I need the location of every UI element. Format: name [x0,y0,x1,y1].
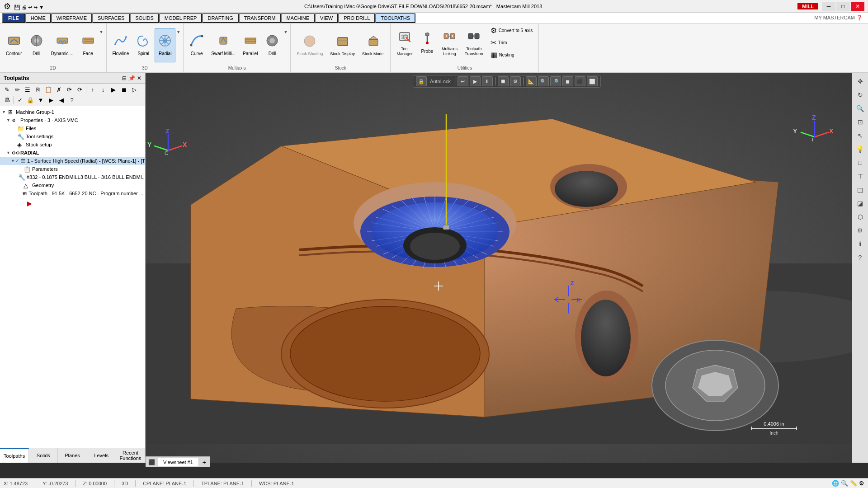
status-scale[interactable]: 📏 [850,480,857,487]
vp-autolock[interactable]: 🔒 [416,76,427,86]
tb-arrow-r[interactable]: ▶ [46,95,56,105]
tree-op1[interactable]: ▼ ✓ ☰ 1 - Surface High Speed (Radial) - … [0,157,145,165]
rt-btn-2[interactable]: ↻ [854,89,867,101]
tab-solids[interactable]: Solids [29,448,58,463]
mill-badge[interactable]: MILL [797,3,818,9]
3d-dropdown[interactable]: ▼ [176,30,180,34]
status-zoom[interactable]: 🔍 [841,480,848,487]
tree-params[interactable]: 📋 Parameters [0,165,145,173]
tree-geometry[interactable]: △ Geometry - [0,181,145,189]
rt-btn-6[interactable]: 💡 [854,143,867,155]
tb-verify[interactable]: ◼ [119,84,129,94]
tb-simulate[interactable]: ▷ [129,84,139,94]
ribbon-btn-stock-display[interactable]: Stock Display [327,28,358,62]
tree-radial-group[interactable]: ▼ ⚙⚙ RADIAL [0,149,145,157]
vp-zoom-in[interactable]: 🔍 [538,76,549,86]
menu-transform[interactable]: TRANSFORM [239,13,281,23]
tb-help[interactable]: ? [67,95,77,105]
ribbon-btn-toolpath-transform[interactable]: ToolpathTransform [462,25,486,60]
close-button[interactable]: ✕ [851,2,864,11]
panel-close-btn[interactable]: ✕ [137,75,142,81]
tb-delete[interactable]: ✗ [54,84,64,94]
tree-toolpath[interactable]: ≋ Toolpath - 91.5K - 6652-20.NC - Progra… [0,189,145,197]
tree-play-row[interactable]: ▶ [0,199,145,207]
rt-btn-12[interactable]: ⚙ [854,224,867,237]
ribbon-btn-trim[interactable]: ✂ Trim [487,37,536,48]
menu-home[interactable]: HOME [25,13,51,23]
rt-btn-8[interactable]: ⊤ [854,170,867,183]
tb-regen1[interactable]: ⟳ [64,84,74,94]
quick-access-toolbar[interactable]: 💾 🖨 ↩ ↪ ▼ [14,5,44,10]
menu-surfaces[interactable]: SURFACES [92,13,130,23]
ribbon-btn-stock-model[interactable]: Stock Model [359,28,388,62]
ribbon-btn-drill-ma[interactable]: Drill [262,28,283,62]
2d-dropdown[interactable]: ▼ [99,30,104,34]
menu-model-prep[interactable]: MODEL PREP [159,13,203,23]
vp-white[interactable]: ⬜ [587,76,598,86]
tree-properties[interactable]: ▼ ⚙ Properties - 3 - AXIS VMC [0,116,145,124]
vp-settings[interactable]: ⚙ [510,76,521,86]
menu-solids[interactable]: SOLIDS [130,13,159,23]
ribbon-btn-curve[interactable]: Curve [186,28,207,62]
ribbon-btn-spiral[interactable]: Spiral [133,28,154,62]
ribbon-btn-drill[interactable]: Drill [26,28,47,62]
menu-view[interactable]: VIEW [315,13,338,23]
vp-measure[interactable]: 📐 [526,76,537,86]
rt-btn-14[interactable]: ? [854,251,867,264]
menu-pro-drill[interactable]: PRO DRILL [338,13,375,23]
ribbon-btn-parallel[interactable]: Parallel [240,28,261,62]
status-globe[interactable]: 🌐 [832,480,839,487]
rt-btn-9[interactable]: ◫ [854,183,867,196]
ribbon-btn-dynamic-mill[interactable]: Dynamic ... [48,28,77,62]
ribbon-btn-contour[interactable]: Contour [3,28,25,62]
tree-files[interactable]: 📁 Files [0,124,145,132]
vp-stop[interactable]: ◼ [562,76,573,86]
tab-levels[interactable]: Levels [87,448,116,463]
ribbon-btn-multiaxis-linking[interactable]: MultiaxisLinking [439,25,461,60]
vp-zoom-out[interactable]: 🔎 [550,76,561,86]
tb-post[interactable]: 🖶 [2,95,12,105]
tb-new-op[interactable]: ✎ [2,84,12,94]
ribbon-btn-radial[interactable]: Radial [155,28,175,62]
vp-pause[interactable]: ⏸ [482,76,493,86]
rt-btn-10[interactable]: ◪ [854,197,867,210]
rt-btn-3[interactable]: 🔍 [854,102,867,115]
tb-regen2[interactable]: ⟳ [75,84,85,94]
menu-machine[interactable]: MACHINE [281,13,315,23]
tree-machine-group[interactable]: ▼ 🖥 Machine Group-1 [0,108,145,116]
ribbon-btn-nesting[interactable]: ▦ Nesting [487,49,536,61]
rt-btn-11[interactable]: ⬡ [854,211,867,223]
tab-toolpaths[interactable]: Toolpaths [0,448,29,463]
tb-paste[interactable]: 📋 [43,84,53,94]
tb-down[interactable]: ↓ [98,84,108,94]
tb-edit[interactable]: ✏ [12,84,22,94]
panel-float-btn[interactable]: ⊟ [122,75,127,81]
my-mastercam[interactable]: MY MASTERCAM ❓ [811,15,866,21]
tree-tool[interactable]: 🔧 #332 - 0.1875 ENDMILL3 BULL - 3/16 BUL… [0,173,145,181]
ribbon-btn-flowline[interactable]: Flowline [109,28,132,62]
tb-select-all[interactable]: ☰ [23,84,33,94]
viewsheet-add[interactable]: + [199,457,210,467]
viewsheet-tab-1[interactable]: Viewsheet #1 [158,458,199,466]
vp-black[interactable]: ⬛ [575,76,585,86]
tb-up[interactable]: ↑ [88,84,98,94]
multiaxis-dropdown[interactable]: ▼ [283,30,288,34]
tb-copy[interactable]: ⎘ [33,84,43,94]
ribbon-btn-swarf[interactable]: Swarf Milli... [208,28,239,62]
vp-play[interactable]: ▶ [470,76,481,86]
rt-btn-13[interactable]: ℹ [854,238,867,250]
tb-check[interactable]: ✓ [15,95,25,105]
panel-unpin-btn[interactable]: 📌 [128,75,135,81]
menu-drafting[interactable]: DRAFTING [202,13,238,23]
menu-toolpaths[interactable]: TOOLPATHS [375,13,415,23]
ribbon-btn-tool-manager[interactable]: ToolManager [393,25,416,60]
menu-wireframe[interactable]: WIREFRAME [51,13,92,23]
ribbon-btn-convert-5axis[interactable]: ⚙ Convert to 5-axis [487,25,536,36]
minimize-button[interactable]: ─ [822,2,835,11]
tree-tool-settings[interactable]: 🔧 Tool settings [0,132,145,141]
app-icon[interactable]: ⚙ [4,2,11,11]
tb-arrow-l[interactable]: ◀ [57,95,66,105]
rt-btn-4[interactable]: ⊡ [854,116,867,128]
ribbon-btn-stock-shading[interactable]: Stock Shading [293,28,326,62]
rt-btn-7[interactable]: □ [854,156,867,169]
